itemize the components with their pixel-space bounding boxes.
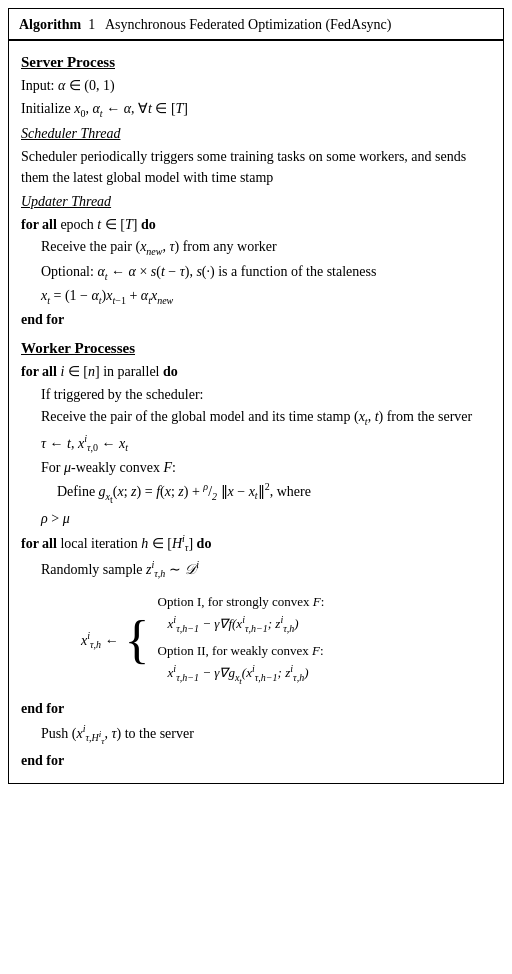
update-formula-line: xt = (1 − αt)xt−1 + αtxnew <box>21 285 491 308</box>
lhs-formula: xiτ,h ← <box>81 628 119 653</box>
option2-block: Option II, for weakly convex F: xiτ,h−1 … <box>158 641 325 688</box>
brace-options-container: Option I, for strongly convex F: xiτ,h−1… <box>158 592 325 688</box>
server-process-title: Server Process <box>21 51 491 74</box>
rho-line: ρ > μ <box>21 508 491 530</box>
worker-processes-title: Worker Processes <box>21 337 491 360</box>
option2-formula: xiτ,h−1 − γ∇gxt(xiτ,h−1; ziτ,h) <box>158 665 309 680</box>
for-all-local-line: for all local iteration h ∈ [Hiτ] do <box>21 531 491 556</box>
initialize-line: Initialize x0, αt ← α, ∀t ∈ [T] <box>21 98 491 121</box>
define-g-line: Define gxt(x; z) = f(x; z) + ρ/2 ‖x − xt… <box>21 479 491 507</box>
scheduler-desc: Scheduler periodically triggers some tra… <box>21 146 491 189</box>
algo-number: 1 <box>88 17 95 32</box>
algo-keyword: Algorithm <box>19 17 81 32</box>
tau-line: τ ← t, xiτ,0 ← xt <box>21 431 491 456</box>
end-for-3: end for <box>21 750 491 772</box>
input-line: Input: α ∈ (0, 1) <box>21 75 491 97</box>
for-mu-line: For μ-weakly convex F: <box>21 457 491 479</box>
option1-block: Option I, for strongly convex F: xiτ,h−1… <box>158 592 325 635</box>
randomly-sample-line: Randomly sample ziτ,h ∼ 𝒟i <box>21 557 491 582</box>
push-line: Push (xiτ,Hiτ, τ) to the server <box>21 721 491 749</box>
optional-line: Optional: αt ← α × s(t − τ), s(·) is a f… <box>21 261 491 284</box>
algorithm-header: Algorithm 1 Asynchronous Federated Optim… <box>9 9 503 41</box>
for-all-i-line: for all i ∈ [n] in parallel do <box>21 361 491 383</box>
algorithm-body: Server Process Input: α ∈ (0, 1) Initial… <box>9 41 503 783</box>
receive-global-line: Receive the pair of the global model and… <box>21 406 491 429</box>
if-triggered-line: If triggered by the scheduler: <box>21 384 491 406</box>
options-brace-block: xiτ,h ← { Option I, for strongly convex … <box>81 592 491 688</box>
algo-label: Algorithm 1 Asynchronous Federated Optim… <box>19 17 392 32</box>
end-for-1: end for <box>21 309 491 331</box>
scheduler-thread-label: Scheduler Thread <box>21 123 491 145</box>
end-for-2: end for <box>21 698 491 720</box>
option1-formula: xiτ,h−1 − γ∇f(xiτ,h−1; ziτ,h) <box>158 616 299 631</box>
receive-pair-line: Receive the pair (xnew, τ) from any work… <box>21 236 491 259</box>
big-brace-icon: { <box>125 592 150 688</box>
updater-thread-label: Updater Thread <box>21 191 491 213</box>
option1-title: Option I, for strongly convex F: <box>158 594 325 609</box>
algorithm-box: Algorithm 1 Asynchronous Federated Optim… <box>8 8 504 784</box>
option2-title: Option II, for weakly convex F: <box>158 643 324 658</box>
for-all-epoch: for all epoch t ∈ [T] do <box>21 214 491 236</box>
